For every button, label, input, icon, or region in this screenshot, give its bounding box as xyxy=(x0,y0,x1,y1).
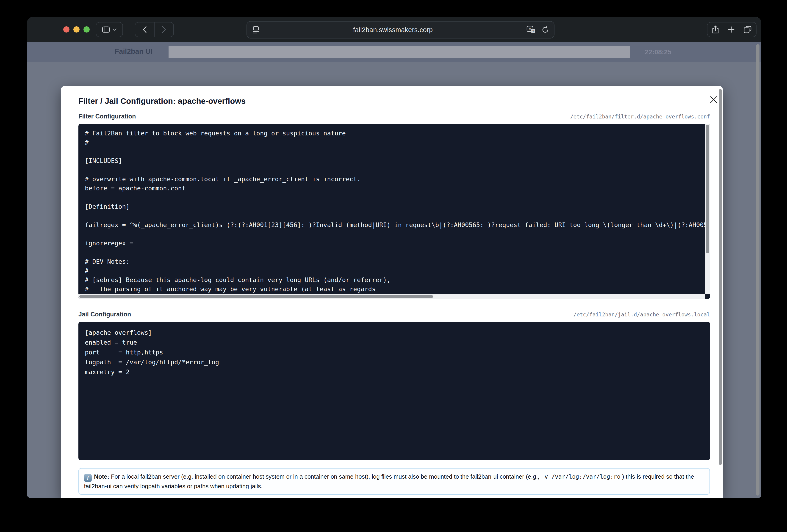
tabs-overview-button[interactable] xyxy=(744,26,751,33)
share-button[interactable] xyxy=(712,25,719,34)
close-icon xyxy=(709,95,718,104)
traffic-light-zoom[interactable] xyxy=(83,26,90,32)
modal-scrollbar[interactable] xyxy=(719,89,722,465)
reader-icon[interactable] xyxy=(253,26,259,34)
editor-vscroll-thumb[interactable] xyxy=(706,125,709,253)
filter-config-path: /etc/fail2ban/filter.d/apache-overflows.… xyxy=(570,114,710,119)
page-backdrop: Fail2ban UI 22:08:25 Filter / Jail Confi… xyxy=(27,42,761,498)
chevron-down-icon xyxy=(112,28,117,31)
note-box: iNote: For a local fail2ban server (e.g.… xyxy=(79,468,710,495)
jail-config-editor[interactable]: [apache-overflows] enabled = true port =… xyxy=(79,322,710,460)
forward-icon xyxy=(162,26,166,33)
modal-title: Filter / Jail Configuration: apache-over… xyxy=(79,96,710,106)
traffic-light-close[interactable] xyxy=(63,26,69,32)
close-button[interactable] xyxy=(708,95,719,105)
filter-jail-config-modal: Filter / Jail Configuration: apache-over… xyxy=(61,86,723,498)
new-tab-button[interactable] xyxy=(728,26,735,33)
filter-config-code[interactable]: # Fail2Ban filter to block web requests … xyxy=(79,124,710,299)
sidebar-icon xyxy=(102,26,110,33)
back-button[interactable] xyxy=(135,22,154,37)
jail-config-code[interactable]: [apache-overflows] enabled = true port =… xyxy=(79,322,710,382)
app-navbar-dimmed: Fail2ban UI 22:08:25 xyxy=(27,42,761,62)
app-brand: Fail2ban UI xyxy=(115,47,152,56)
note-text-before: For a local fail2ban server (e.g. instal… xyxy=(109,473,541,480)
note-label: Note: xyxy=(94,473,109,480)
back-icon xyxy=(143,26,147,33)
url-text: fail2ban.swissmakers.corp xyxy=(259,26,527,34)
browser-scrollbar[interactable] xyxy=(756,44,760,495)
titlebar-right-buttons xyxy=(707,22,757,37)
editor-hscroll-thumb[interactable] xyxy=(79,295,433,298)
jail-config-path: /etc/fail2ban/jail.d/apache-overflows.lo… xyxy=(574,312,710,317)
info-icon: i xyxy=(84,474,92,482)
forward-button[interactable] xyxy=(154,22,173,37)
note-code: -v /var/log:/var/log:ro xyxy=(541,473,620,480)
clock-text: 22:08:25 xyxy=(645,48,672,56)
translate-icon[interactable]: A x xyxy=(527,26,536,34)
jail-config-label: Jail Configuration xyxy=(79,311,131,318)
sidebar-toggle-button[interactable] xyxy=(96,22,123,37)
browser-window: fail2ban.swissmakers.corp A x xyxy=(27,17,761,498)
filter-config-label: Filter Configuration xyxy=(79,113,136,120)
traffic-light-minimize[interactable] xyxy=(73,26,80,32)
svg-text:x: x xyxy=(532,29,534,33)
reload-icon[interactable] xyxy=(541,26,549,34)
filter-config-editor[interactable]: # Fail2Ban filter to block web requests … xyxy=(79,124,710,299)
browser-titlebar: fail2ban.swissmakers.corp A x xyxy=(27,17,761,42)
nav-menu-bar xyxy=(169,46,630,58)
svg-text:A: A xyxy=(529,27,531,31)
nav-buttons xyxy=(135,22,174,37)
address-bar[interactable]: fail2ban.swissmakers.corp A x xyxy=(247,21,554,39)
